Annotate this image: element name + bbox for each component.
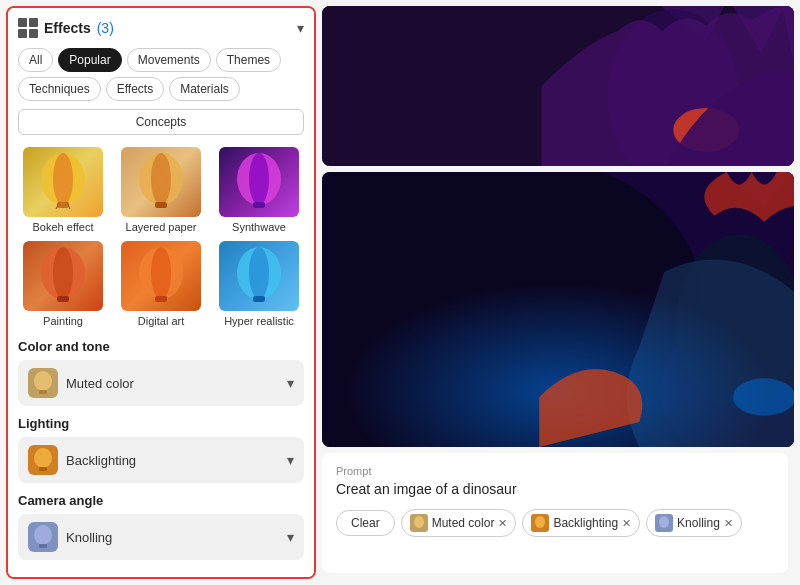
prompt-tag-muted-icon [410,514,428,532]
camera-angle-chevron: ▾ [287,529,294,545]
svg-rect-10 [253,202,265,208]
filter-materials[interactable]: Materials [169,77,240,101]
effects-panel: Effects (3) ▾ All Popular Movements Them… [6,6,316,579]
filter-techniques[interactable]: Techniques [18,77,101,101]
filter-tags-concepts: Concepts [18,109,304,135]
svg-rect-7 [155,202,167,208]
effect-item-painting[interactable]: Painting [18,241,108,327]
lighting-dropdown[interactable]: Backlighting ▾ [18,437,304,483]
camera-angle-dropdown[interactable]: Knolling ▾ [18,514,304,560]
panel-collapse-button[interactable]: ▾ [297,20,304,36]
camera-angle-title: Camera angle [18,493,304,508]
prompt-tag-muted-remove[interactable]: ✕ [498,517,507,530]
prompt-tag-muted[interactable]: Muted color ✕ [401,509,517,537]
lighting-chevron: ▾ [287,452,294,468]
effect-item-layered[interactable]: Layered paper [116,147,206,233]
color-tone-section: Color and tone Muted color ▾ [18,339,304,406]
color-tone-chevron: ▾ [287,375,294,391]
prompt-tag-backlighting-label: Backlighting [553,516,618,530]
prompt-tags: Clear Muted color ✕ [336,509,774,537]
grid-cell-4 [29,29,38,38]
knolling-thumb-svg [28,522,58,552]
prompt-tag-backlighting-remove[interactable]: ✕ [622,517,631,530]
filter-movements[interactable]: Movements [127,48,211,72]
effect-thumb-hyper [219,241,299,311]
prompt-clear-button[interactable]: Clear [336,510,395,536]
effect-label-synthwave: Synthwave [232,221,286,233]
knolling-icon [28,522,58,552]
tag-knolling-svg [655,514,673,532]
filter-all[interactable]: All [18,48,53,72]
grid-cell-3 [18,29,27,38]
dino-image-2 [322,172,794,447]
svg-rect-16 [155,296,167,302]
svg-point-1 [53,153,73,205]
prompt-tag-backlighting[interactable]: Backlighting ✕ [522,509,640,537]
svg-point-24 [34,448,52,468]
svg-point-6 [151,153,171,205]
effect-item-digital[interactable]: Digital art [116,241,206,327]
svg-point-27 [34,525,52,545]
svg-point-18 [249,247,269,299]
filter-concepts[interactable]: Concepts [18,109,304,135]
panel-header-left: Effects (3) [18,18,114,38]
dino-image-1 [322,6,794,166]
prompt-tag-knolling[interactable]: Knolling ✕ [646,509,742,537]
effect-label-layered: Layered paper [126,221,197,233]
prompt-tag-knolling-remove[interactable]: ✕ [724,517,733,530]
svg-rect-13 [57,296,69,302]
svg-point-39 [414,516,424,528]
filter-themes[interactable]: Themes [216,48,281,72]
effects-count: (3) [97,20,114,36]
prompt-area: Prompt Creat an imgae of a dinosaur Clea… [322,453,788,573]
dino-svg-1 [322,6,794,166]
color-tone-title: Color and tone [18,339,304,354]
svg-point-9 [249,153,269,205]
grid-cell-2 [29,18,38,27]
prompt-tag-knolling-icon [655,514,673,532]
effect-thumb-digital [121,241,201,311]
right-panel: Prompt Creat an imgae of a dinosaur Clea… [322,0,800,585]
effect-item-bokeh[interactable]: Bokeh effect [18,147,108,233]
balloon-svg-layered [121,147,201,217]
camera-angle-selected: Knolling [66,530,287,545]
effect-label-hyper: Hyper realistic [224,315,294,327]
prompt-text: Creat an imgae of a dinosaur [336,481,774,497]
balloon-svg-painting [23,241,103,311]
svg-point-12 [53,247,73,299]
color-tone-dropdown[interactable]: Muted color ▾ [18,360,304,406]
lighting-section: Lighting Backlighting ▾ [18,416,304,483]
panel-header: Effects (3) ▾ [18,18,304,38]
top-images [322,6,794,447]
balloon-svg-hyper [219,241,299,311]
grid-icon [18,18,38,38]
balloon-svg-bokeh [23,147,103,217]
svg-rect-28 [39,544,47,548]
camera-angle-section: Camera angle Knolling ▾ [18,493,304,560]
balloon-svg-digital [121,241,201,311]
backlighting-icon [28,445,58,475]
prompt-tag-muted-label: Muted color [432,516,495,530]
prompt-tag-backlighting-icon [531,514,549,532]
effect-label-painting: Painting [43,315,83,327]
effect-thumb-layered [121,147,201,217]
effects-title: Effects [44,20,91,36]
filter-effects[interactable]: Effects [106,77,164,101]
effects-grid: Bokeh effect Layered paper [18,147,304,327]
filter-tags: All Popular Movements Themes Techniques … [18,48,304,101]
prompt-tag-knolling-label: Knolling [677,516,720,530]
lighting-title: Lighting [18,416,304,431]
svg-rect-19 [253,296,265,302]
muted-color-icon [28,368,58,398]
effect-thumb-synthwave [219,147,299,217]
tag-muted-svg [410,514,428,532]
effect-thumb-bokeh [23,147,103,217]
effect-label-digital: Digital art [138,315,184,327]
prompt-label: Prompt [336,465,774,477]
tag-backlighting-svg [531,514,549,532]
effect-item-synthwave[interactable]: Synthwave [214,147,304,233]
color-tone-selected: Muted color [66,376,287,391]
svg-point-43 [659,516,669,528]
effect-item-hyper[interactable]: Hyper realistic [214,241,304,327]
filter-popular[interactable]: Popular [58,48,121,72]
